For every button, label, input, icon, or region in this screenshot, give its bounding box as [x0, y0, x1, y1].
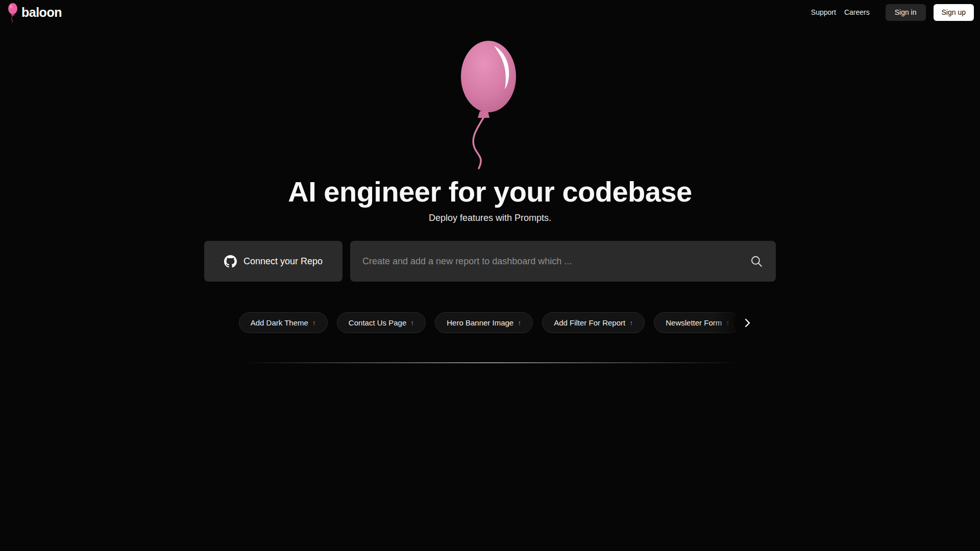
page-title: AI engineer for your codebase: [288, 176, 692, 208]
section-divider: [240, 362, 740, 363]
chip-contact-us-page[interactable]: Contact Us Page ↑: [337, 312, 426, 333]
connect-repo-button[interactable]: Connect your Repo: [204, 241, 342, 282]
chip-label: Hero Banner Image: [447, 318, 513, 327]
chip-label: Newsletter Form: [666, 318, 722, 327]
hero-section: AI engineer for your codebase Deploy fea…: [0, 24, 980, 363]
header-nav: Support Careers Sign in Sign up: [807, 4, 974, 21]
action-row: Connect your Repo: [204, 241, 776, 282]
suggestion-chips: Add Dark Theme ↑ Contact Us Page ↑ Hero …: [239, 312, 742, 333]
chips-next-button[interactable]: [734, 310, 761, 336]
sign-up-button[interactable]: Sign up: [934, 4, 974, 21]
sign-in-button[interactable]: Sign in: [886, 4, 926, 21]
arrow-up-icon: ↑: [410, 319, 414, 327]
chevron-right-icon: [741, 317, 753, 329]
connect-repo-label: Connect your Repo: [243, 256, 323, 267]
chip-add-filter-for-report[interactable]: Add Filter For Report ↑: [542, 312, 645, 333]
chip-label: Contact Us Page: [349, 318, 406, 327]
arrow-up-icon: ↑: [518, 319, 521, 327]
arrow-up-icon: ↑: [312, 319, 316, 327]
arrow-up-icon: ↑: [726, 319, 729, 327]
github-icon: [224, 255, 237, 268]
prompt-input-container: [350, 241, 776, 282]
brand[interactable]: baloon: [7, 1, 62, 23]
search-icon: [750, 255, 763, 268]
balloon-illustration: [459, 40, 521, 172]
nav-link-careers[interactable]: Careers: [841, 5, 873, 19]
search-button[interactable]: [745, 250, 768, 272]
chip-newsletter-form[interactable]: Newsletter Form ↑: [654, 312, 741, 333]
arrow-up-icon: ↑: [629, 319, 633, 327]
chip-label: Add Filter For Report: [554, 318, 625, 327]
chip-label: Add Dark Theme: [251, 318, 308, 327]
header: baloon Support Careers Sign in Sign up: [0, 0, 980, 24]
nav-link-support[interactable]: Support: [807, 5, 840, 19]
prompt-input[interactable]: [362, 256, 745, 267]
brand-name: baloon: [21, 5, 62, 20]
balloon-logo-icon: [7, 3, 19, 23]
chip-add-dark-theme[interactable]: Add Dark Theme ↑: [239, 312, 328, 333]
page-subtitle: Deploy features with Prompts.: [429, 213, 551, 223]
chip-hero-banner-image[interactable]: Hero Banner Image ↑: [435, 312, 533, 333]
